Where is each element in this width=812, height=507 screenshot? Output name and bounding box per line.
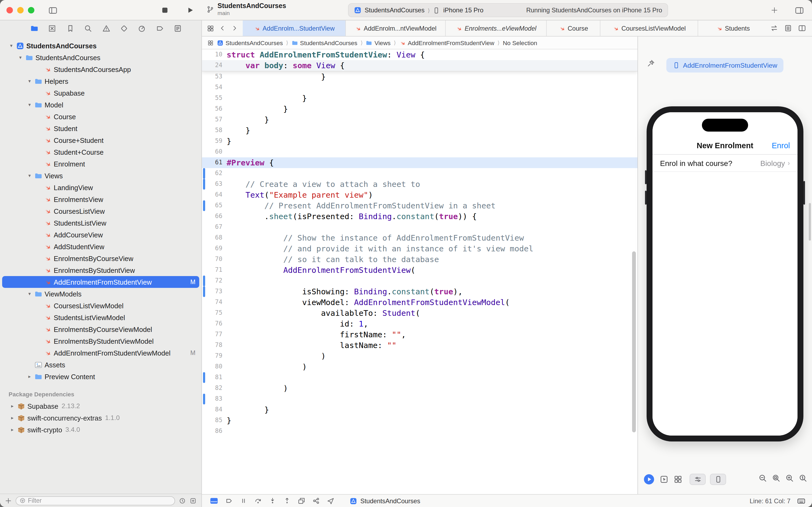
jumpbar-segment-studentsandcourses[interactable]: StudentsAndCourses xyxy=(291,40,357,46)
disclosure-triangle-icon[interactable]: ▾ xyxy=(26,102,33,107)
sidebar-item-courseslistviewmodel[interactable]: CoursesListViewModel xyxy=(2,300,199,312)
adjust-editor-options-button[interactable] xyxy=(784,24,792,32)
sidebar-item-helpers[interactable]: ▾Helpers xyxy=(2,75,199,87)
toggle-debug-area-button[interactable] xyxy=(210,496,219,505)
sidebar-item-enrolmentsbystudentviewmodel[interactable]: EnrolmentsByStudentViewModel xyxy=(2,335,199,347)
device-settings-button[interactable] xyxy=(690,474,706,485)
code-line-62[interactable]: 62 xyxy=(202,168,637,179)
zoom-window-button[interactable] xyxy=(28,7,35,13)
run-button[interactable] xyxy=(184,4,196,17)
code-line-82[interactable]: 82 ) xyxy=(202,383,637,394)
code-line-53[interactable]: 53 } xyxy=(202,71,637,82)
location-button[interactable] xyxy=(327,497,335,505)
code-line-69[interactable]: 69 // and provide it with an instance of… xyxy=(202,243,637,254)
sidebar-item-enrolmentsbycourseview[interactable]: EnrolmentsByCourseView xyxy=(2,252,199,264)
navigator-tab-bookmarks[interactable] xyxy=(66,24,75,33)
disclosure-triangle-icon[interactable]: ▾ xyxy=(26,173,33,178)
disclosure-triangle-icon[interactable]: ▸ xyxy=(9,427,16,432)
disclosure-triangle-icon[interactable]: ▾ xyxy=(26,78,33,84)
go-forward-button[interactable] xyxy=(231,25,238,32)
preview-selector-button[interactable]: AddEnrolmentFromStudentView xyxy=(666,58,784,72)
sidebar-item-enrolment[interactable]: Enrolment xyxy=(2,158,199,170)
view-hierarchy-button[interactable] xyxy=(297,497,305,505)
sidebar-item-enrolmentsview[interactable]: EnrolmentsView xyxy=(2,193,199,205)
editor-tab-enrolments-eviewmodel[interactable]: Enrolments...eViewModel xyxy=(446,20,547,36)
selectable-button[interactable] xyxy=(659,475,669,484)
zoom-fit-button[interactable] xyxy=(772,474,781,483)
related-items-button[interactable] xyxy=(207,40,214,46)
editor-tab-addenrolm-studentview[interactable]: AddEnrolm...StudentView xyxy=(243,20,346,36)
code-line-64[interactable]: 64 Text("Example parent view") xyxy=(202,189,637,200)
course-picker-row[interactable]: Enrol in what course? Biology › xyxy=(652,155,798,172)
code-line-10[interactable]: 10struct AddEnrolmentFromStudentView: Vi… xyxy=(202,49,637,60)
code-line-65[interactable]: 65 // Present AddEnrolmentFromStudentVie… xyxy=(202,200,637,211)
disclosure-triangle-icon[interactable]: ▸ xyxy=(9,415,16,420)
navigator-tab-source-control[interactable] xyxy=(48,24,57,33)
code-line-75[interactable]: 75 availableTo: Student( xyxy=(202,308,637,319)
code-line-72[interactable]: 72 xyxy=(202,276,637,286)
navigator-tab-issues[interactable] xyxy=(102,24,110,33)
run-destination[interactable]: iPhone 15 Pro xyxy=(443,6,483,14)
sidebar-item-student-course[interactable]: Student+Course xyxy=(2,146,199,158)
navigator-tab-reports[interactable] xyxy=(173,24,182,33)
toggle-inspector-button[interactable] xyxy=(793,4,806,17)
close-window-button[interactable] xyxy=(6,7,13,13)
code-line-60[interactable]: 60 xyxy=(202,147,637,157)
navigator-tab-tests[interactable] xyxy=(120,24,128,33)
sidebar-item-student[interactable]: Student xyxy=(2,122,199,134)
code-line-61[interactable]: 61#Preview { xyxy=(202,157,637,168)
editor-tab-students[interactable]: Students xyxy=(698,20,764,36)
activity-viewer[interactable]: StudentsAndCourses ⟩ iPhone 15 Pro Runni… xyxy=(348,3,668,17)
code-line-59[interactable]: 59} xyxy=(202,136,637,147)
code-line-67[interactable]: 67 xyxy=(202,222,637,233)
code-line-70[interactable]: 70 // so it can talk to the database xyxy=(202,254,637,265)
sidebar-item-views[interactable]: ▾Views xyxy=(2,170,199,181)
code-line-63[interactable]: 63 // Create a view to attach a sheet to xyxy=(202,179,637,189)
swap-editors-button[interactable] xyxy=(770,24,778,32)
go-back-button[interactable] xyxy=(219,25,226,32)
editor-tab-courseslistviewmodel[interactable]: CoursesListViewModel xyxy=(600,20,698,36)
code-line-85[interactable]: 85} xyxy=(202,415,637,426)
code-line-71[interactable]: 71 AddEnrolmentFromStudentView( xyxy=(202,265,637,276)
disclosure-triangle-icon[interactable]: ▾ xyxy=(17,55,24,60)
memory-button[interactable] xyxy=(312,497,320,505)
pin-preview-button[interactable] xyxy=(647,59,655,70)
sidebar-item-landingview[interactable]: LandingView xyxy=(2,181,199,193)
sidebar-item-addenrolmentfromstudentview[interactable]: AddEnrolmentFromStudentViewM xyxy=(2,276,199,288)
sidebar-item-supabase[interactable]: Supabase xyxy=(2,87,199,99)
canvas-scrollbar[interactable] xyxy=(809,203,811,241)
package-item-supabase[interactable]: ▸Supabase2.13.2 xyxy=(2,400,199,412)
code-line-78[interactable]: 78 lastName: "" xyxy=(202,340,637,351)
code-line-76[interactable]: 76 id: 1, xyxy=(202,319,637,329)
editor-tab-addenrolm-ntviewmodel[interactable]: AddEnrolm...ntViewModel xyxy=(346,20,446,36)
add-editor-tab-button[interactable] xyxy=(768,4,781,17)
sidebar-item-studentsandcoursesapp[interactable]: StudentsAndCoursesApp xyxy=(2,63,199,75)
enrol-button[interactable]: Enrol xyxy=(772,137,790,154)
package-item-swift-concurrency-extras[interactable]: ▸swift-concurrency-extras1.1.0 xyxy=(2,412,199,424)
sidebar-item-addcourseview[interactable]: AddCourseView xyxy=(2,229,199,241)
code-line-56[interactable]: 56 } xyxy=(202,104,637,114)
code-line-57[interactable]: 57 } xyxy=(202,114,637,125)
step-into-button[interactable] xyxy=(269,497,277,505)
sidebar-item-enrolmentsbystudentview[interactable]: EnrolmentsByStudentView xyxy=(2,264,199,276)
sidebar-item-model[interactable]: ▾Model xyxy=(2,99,199,111)
zoom-in-button[interactable] xyxy=(785,474,794,483)
code-line-80[interactable]: 80 ) xyxy=(202,361,637,372)
navigator-tab-find[interactable] xyxy=(84,24,93,33)
filter-input[interactable] xyxy=(28,497,171,504)
source-editor[interactable]: 10struct AddEnrolmentFromStudentView: Vi… xyxy=(202,49,637,494)
device-bezel-button[interactable] xyxy=(710,474,726,485)
sidebar-item-studentsandcourses[interactable]: ▾StudentsAndCourses xyxy=(2,40,199,52)
source-control-filter-button[interactable] xyxy=(189,497,196,504)
code-line-58[interactable]: 58 } xyxy=(202,125,637,136)
live-preview-button[interactable] xyxy=(643,474,655,485)
zoom-out-button[interactable] xyxy=(758,474,767,483)
disclosure-triangle-icon[interactable]: ▸ xyxy=(26,374,33,379)
editor-scrollbar[interactable] xyxy=(632,251,636,432)
navigator-tab-debug[interactable] xyxy=(138,24,147,33)
breakpoint-arrow-button[interactable] xyxy=(225,497,233,505)
code-line-86[interactable]: 86 xyxy=(202,426,637,437)
code-line-77[interactable]: 77 firstName: "", xyxy=(202,329,637,340)
sidebar-item-studentslistviewmodel[interactable]: StudentsListViewModel xyxy=(2,312,199,323)
scheme-name[interactable]: StudentsAndCourses xyxy=(365,6,424,14)
